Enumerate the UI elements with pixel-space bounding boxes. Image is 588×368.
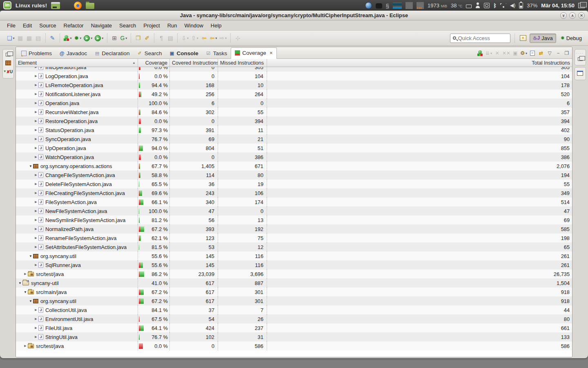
- coverage-dropdown-icon[interactable]: ▾: [70, 36, 72, 40]
- table-row[interactable]: ▶JRenameFileSystemAction.java62.1 %12375…: [16, 233, 572, 242]
- table-row[interactable]: ▶JNotificationListener.java49.2 %2562645…: [16, 90, 572, 99]
- tab-coverage[interactable]: Coverage✕: [231, 47, 277, 59]
- minimize-button[interactable]: −: [555, 49, 562, 57]
- collapse-arrow-icon[interactable]: ▼: [18, 281, 22, 285]
- close-window-button[interactable]: ✕: [578, 12, 585, 19]
- menu-refactor[interactable]: Refactor: [60, 21, 87, 30]
- menu-project[interactable]: Project: [140, 21, 163, 30]
- menu-launcher-label[interactable]: Linux rules!: [16, 2, 47, 9]
- table-row[interactable]: ▶JWatchOperation.java0.0 %0386386: [16, 153, 572, 162]
- expand-arrow-icon[interactable]: ▶: [33, 101, 38, 105]
- new-dropdown-icon[interactable]: ▾: [13, 36, 15, 40]
- import-export-session-dropdown-icon[interactable]: ▾: [526, 52, 527, 55]
- tab-console[interactable]: ▣Console: [165, 48, 202, 59]
- table-row[interactable]: ▼syncany-util41.0 %6178871,504: [16, 278, 572, 287]
- wifi-icon[interactable]: [500, 3, 506, 8]
- run-button[interactable]: ▶▾: [83, 34, 93, 43]
- column-header-covered[interactable]: Covered Instructions: [170, 59, 218, 67]
- expand-arrow-icon[interactable]: ▶: [33, 128, 38, 132]
- import-export-session-button[interactable]: ❂▾: [520, 49, 528, 57]
- update-manager-icon[interactable]: [365, 2, 372, 9]
- menu-source[interactable]: Source: [36, 21, 60, 30]
- table-row[interactable]: ▼org.syncany.util67.2 %617301918: [16, 296, 572, 305]
- table-row[interactable]: ▶JLsRemoteOperation.java94.4 %16810178: [16, 81, 572, 90]
- expand-arrow-icon[interactable]: ▶: [33, 67, 38, 69]
- close-tab-icon[interactable]: ✕: [270, 51, 273, 55]
- expand-arrow-icon[interactable]: ▶: [33, 83, 38, 87]
- previous-annotation-dropdown-icon[interactable]: ▾: [197, 36, 198, 40]
- quick-access-input[interactable]: [458, 35, 508, 41]
- expand-arrow-icon[interactable]: ▶: [33, 218, 38, 222]
- column-header-total[interactable]: Total Instructions: [267, 59, 572, 67]
- back-button[interactable]: ⇦▾: [209, 34, 218, 43]
- expand-arrow-icon[interactable]: ▶: [33, 182, 38, 186]
- table-row[interactable]: ▶JNewSymlinkFileSystemAction.java81.2 %5…: [16, 215, 572, 224]
- bluetooth-icon[interactable]: ᛒ: [493, 2, 497, 9]
- battery-icon[interactable]: [519, 2, 523, 9]
- back-dropdown-icon[interactable]: ▾: [216, 36, 217, 40]
- menu-edit[interactable]: Edit: [19, 21, 36, 30]
- photo-tool-icon[interactable]: §: [386, 2, 389, 9]
- table-row[interactable]: ▶JSetAttributesFileSystemAction.java81.5…: [16, 242, 572, 251]
- open-perspective-button[interactable]: +: [519, 34, 527, 43]
- user-applet-icon[interactable]: [475, 2, 480, 8]
- expand-arrow-icon[interactable]: ▶: [33, 227, 38, 231]
- terminal-launcher-icon[interactable]: [51, 2, 60, 9]
- table-row[interactable]: ▶JDeleteFileSystemAction.java65.5 %36195…: [16, 180, 572, 188]
- table-row[interactable]: ▶JUpOperation.java94.0 %80451855: [16, 144, 572, 153]
- table-row[interactable]: ▶JChangeFileSystemAction.java58.8 %11480…: [16, 171, 572, 180]
- table-row[interactable]: ▶JNewFileSystemAction.java100.0 %47047: [16, 206, 572, 215]
- window-preview-icon[interactable]: [405, 2, 413, 9]
- table-row[interactable]: ▶JEnvironmentUtil.java67.5 %542680: [16, 314, 572, 323]
- table-row[interactable]: ▶JStatusOperation.java97.3 %39111402: [16, 126, 572, 135]
- run-dropdown-icon[interactable]: ▾: [91, 36, 92, 40]
- table-row[interactable]: ▶JStringUtil.java76.7 %10231133: [16, 332, 572, 341]
- debug-button[interactable]: ✹▾: [74, 34, 82, 43]
- link-with-current-selection-button[interactable]: ⇄: [537, 49, 545, 57]
- expand-arrow-icon[interactable]: ▶: [33, 200, 38, 204]
- tab-search[interactable]: ✐Search: [134, 48, 166, 59]
- shade-window-button[interactable]: ∨: [560, 12, 567, 19]
- collapse-arrow-icon[interactable]: ▼: [28, 164, 33, 168]
- coverage-launch-button[interactable]: [477, 49, 484, 57]
- table-row[interactable]: ▶JFileSystemAction.java66.1 %340174514: [16, 197, 572, 206]
- expand-arrow-icon[interactable]: ▶: [33, 119, 38, 123]
- menu-window[interactable]: Window: [181, 21, 207, 30]
- messenger-icon[interactable]: [376, 3, 382, 9]
- restore-view-icon[interactable]: [6, 53, 11, 56]
- mint-menu-icon[interactable]: lm: [3, 1, 11, 9]
- new-button[interactable]: ❑▾: [6, 34, 16, 43]
- menu-file[interactable]: File: [3, 21, 19, 30]
- generate-javadoc-dropdown-icon[interactable]: ▾: [125, 36, 127, 40]
- collapse-all-button[interactable]: −: [529, 49, 536, 57]
- tab-javadoc[interactable]: @Javadoc: [56, 48, 91, 59]
- table-row[interactable]: ▶JOperation.java100.0 %606: [16, 99, 572, 108]
- forward-dropdown-icon[interactable]: ▾: [225, 36, 227, 40]
- expand-arrow-icon[interactable]: ▶: [33, 209, 38, 213]
- column-header-missed[interactable]: Missed Instructions: [218, 59, 267, 67]
- screenshot-icon[interactable]: [484, 3, 490, 8]
- menu-help[interactable]: Help: [207, 21, 225, 30]
- table-row[interactable]: ▶JInitOperation.java0.0 %0305305: [16, 67, 572, 72]
- collapse-arrow-icon[interactable]: ▼: [23, 290, 28, 294]
- files-launcher-icon[interactable]: [86, 3, 94, 9]
- expand-arrow-icon[interactable]: ▶: [33, 146, 38, 150]
- firefox-launcher-icon[interactable]: [74, 2, 82, 9]
- type-hierarchy-view-icon[interactable]: [5, 61, 11, 65]
- tab-tasks[interactable]: ☑Tasks: [202, 48, 231, 59]
- next-annotation-dropdown-icon[interactable]: ▾: [187, 36, 189, 40]
- table-row[interactable]: ▼org.syncany.operations.actions67.7 %1,4…: [16, 162, 572, 171]
- expand-arrow-icon[interactable]: ▶: [33, 335, 38, 339]
- table-row[interactable]: ▶JSyncOperation.java76.7 %692190: [16, 135, 572, 144]
- expand-arrow-icon[interactable]: ▶: [33, 173, 38, 177]
- table-row[interactable]: ▼src/main/java67.2 %617301918: [16, 287, 572, 296]
- expand-arrow-icon[interactable]: ▶: [23, 272, 28, 276]
- maximize-button[interactable]: ❐: [563, 49, 570, 57]
- table-row[interactable]: ▶JLogOperation.java0.0 %0104104: [16, 72, 572, 81]
- last-edit-location-button[interactable]: ⇦: [200, 34, 208, 43]
- network-monitor-icon[interactable]: [393, 2, 402, 9]
- expand-arrow-icon[interactable]: ▶: [33, 263, 38, 267]
- expand-arrow-icon[interactable]: ▶: [23, 344, 28, 348]
- title-bar[interactable]: Java - syncany-lib/src/main/java/org/syn…: [0, 11, 588, 20]
- menu-search[interactable]: Search: [116, 21, 140, 30]
